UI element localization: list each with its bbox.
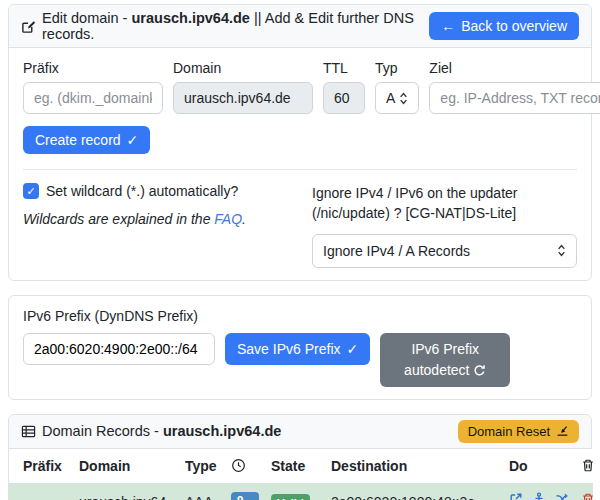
wildcard-section: ✓ Set wildcard (*.) automatically? Wildc… — [23, 183, 288, 268]
shuffle-icon[interactable] — [555, 492, 569, 500]
divider — [23, 169, 577, 170]
ipv6-prefix-input[interactable] — [23, 333, 215, 365]
record-row: urausch.ipv64.de AAAA 9 hr. Valid 2a00:6… — [9, 483, 593, 500]
domain-reset-button[interactable]: Domain Reset — [458, 420, 579, 443]
chevron-up-down-icon — [399, 92, 408, 105]
cell-prefix — [9, 483, 73, 500]
record-type-select[interactable]: A — [375, 82, 419, 114]
wildcard-hint: Wildcards are explained in the FAQ. — [23, 211, 288, 227]
table-list-icon — [21, 424, 36, 439]
wildcard-label: Set wildcard (*.) automatically? — [46, 183, 238, 199]
check-icon: ✓ — [347, 341, 359, 357]
col-state: State — [265, 449, 325, 483]
page-title: Edit domain - urausch.ipv64.de || Add & … — [21, 10, 429, 42]
col-prefix: Präfix — [9, 449, 73, 483]
anchor-icon[interactable] — [532, 492, 546, 500]
ttl-badge: 9 hr. — [231, 492, 259, 500]
edit-domain-card: Edit domain - urausch.ipv64.de || Add & … — [8, 4, 592, 281]
updater-section: Ignore IPv4 / IPv6 on the updater (/nic/… — [312, 183, 577, 268]
wildcard-checkbox[interactable]: ✓ — [23, 183, 39, 199]
wildcard-checkbox-row[interactable]: ✓ Set wildcard (*.) automatically? — [23, 183, 288, 199]
ziel-label: Ziel — [429, 60, 600, 76]
domain-input — [173, 82, 313, 114]
domain-records-card: Domain Records - urausch.ipv64.de Domain… — [8, 414, 592, 500]
cell-destination: 2a00:6020:1000:48::3e — [325, 483, 503, 500]
records-table: Präfix Domain Type State Destination Do — [9, 449, 593, 500]
external-link-icon[interactable] — [509, 492, 523, 500]
table-header-row: Präfix Domain Type State Destination Do — [9, 449, 593, 483]
edit-pencil-square-icon — [21, 19, 36, 34]
col-ttl — [225, 449, 265, 483]
typ-label: Typ — [375, 60, 419, 76]
clock-icon — [231, 458, 259, 473]
ignore-updater-select[interactable]: Ignore IPv4 / A Records — [312, 234, 577, 268]
ttl-label: TTL — [323, 60, 365, 76]
col-domain: Domain — [73, 449, 179, 483]
prefix-input[interactable] — [23, 82, 163, 114]
ipv6-prefix-card: IPv6 Prefix (DynDNS Prefix) Save IPv6 Pr… — [8, 295, 592, 400]
trash-icon — [581, 458, 587, 473]
check-icon: ✓ — [127, 132, 139, 148]
domain-label: Domain — [173, 60, 313, 76]
save-ipv6-prefix-button[interactable]: Save IPv6 Prefix ✓ — [225, 333, 370, 365]
records-title-text: Domain Records - urausch.ipv64.de — [42, 423, 281, 439]
ipv6-prefix-label: IPv6 Prefix (DynDNS Prefix) — [23, 308, 198, 324]
edit-domain-header: Edit domain - urausch.ipv64.de || Add & … — [9, 5, 591, 48]
ziel-input[interactable] — [429, 82, 600, 114]
col-do: Do — [503, 449, 575, 483]
faq-link[interactable]: FAQ — [214, 211, 242, 227]
col-type: Type — [179, 449, 225, 483]
title-domain: urausch.ipv64.de — [131, 10, 249, 26]
state-badge: Valid — [271, 494, 310, 500]
cell-type: AAAA — [179, 483, 225, 500]
refresh-icon — [473, 364, 486, 377]
back-arrow-icon: ← — [441, 18, 455, 34]
ttl-input — [323, 82, 365, 114]
ipv6-autodetect-button[interactable]: IPv6 Prefix autodetect — [380, 333, 510, 387]
col-destination: Destination — [325, 449, 503, 483]
actions-cell — [509, 492, 569, 500]
edit-domain-body: Präfix Domain TTL Typ A — [9, 48, 591, 280]
create-record-button[interactable]: Create record ✓ — [23, 126, 150, 154]
chevron-up-down-icon — [557, 244, 566, 257]
col-delete — [575, 449, 593, 483]
delete-record-icon[interactable] — [581, 492, 587, 500]
records-title: Domain Records - urausch.ipv64.de — [21, 423, 458, 439]
back-to-overview-button[interactable]: ← Back to overview — [429, 12, 579, 40]
reset-impact-icon — [556, 425, 569, 438]
title-text: Edit domain - urausch.ipv64.de || Add & … — [42, 10, 429, 42]
cell-domain: urausch.ipv64.de — [73, 483, 179, 500]
updater-label: Ignore IPv4 / IPv6 on the updater (/nic/… — [312, 183, 577, 224]
prefix-label: Präfix — [23, 60, 163, 76]
domain-records-header: Domain Records - urausch.ipv64.de Domain… — [9, 415, 591, 449]
